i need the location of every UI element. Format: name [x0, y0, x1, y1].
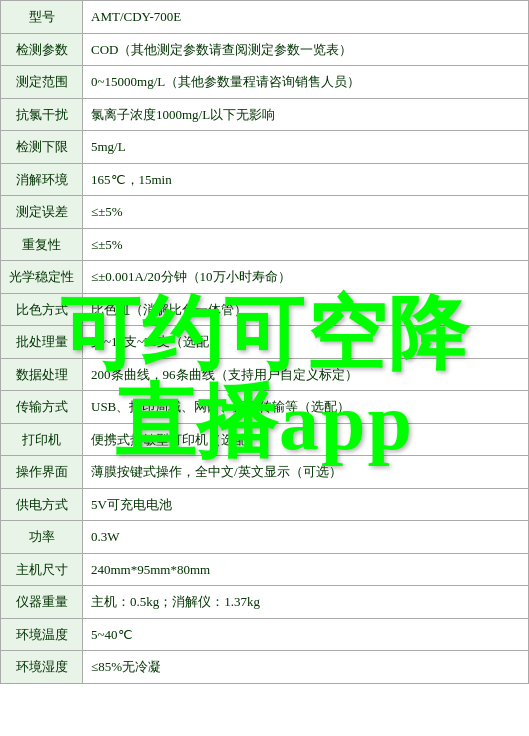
- table-row: 环境温度5~40℃: [1, 618, 529, 651]
- spec-label: 测定误差: [1, 196, 83, 229]
- spec-value: AMT/CDY-700E: [83, 1, 529, 34]
- spec-label: 检测下限: [1, 131, 83, 164]
- spec-value: ≤±5%: [83, 196, 529, 229]
- spec-value: 165℃，15min: [83, 163, 529, 196]
- spec-label: 抗氯干扰: [1, 98, 83, 131]
- table-row: 仪器重量主机：0.5kg；消解仪：1.37kg: [1, 586, 529, 619]
- table-row: 环境湿度≤85%无冷凝: [1, 651, 529, 684]
- spec-value: ≤85%无冷凝: [83, 651, 529, 684]
- table-row: 消解环境165℃，15min: [1, 163, 529, 196]
- spec-label: 仪器重量: [1, 586, 83, 619]
- spec-value: 5V可充电电池: [83, 488, 529, 521]
- spec-label: 检测参数: [1, 33, 83, 66]
- table-row: 测定范围0~15000mg/L（其他参数量程请咨询销售人员）: [1, 66, 529, 99]
- table-row: 批处理量支~16支~25支（选配）: [1, 326, 529, 359]
- spec-label: 操作界面: [1, 456, 83, 489]
- table-row: 抗氯干扰氯离子浓度1000mg/L以下无影响: [1, 98, 529, 131]
- spec-label: 批处理量: [1, 326, 83, 359]
- spec-label: 光学稳定性: [1, 261, 83, 294]
- spec-label: 测定范围: [1, 66, 83, 99]
- table-row: 打印机便携式热敏型打印机（选配）: [1, 423, 529, 456]
- table-row: 检测下限5mg/L: [1, 131, 529, 164]
- table-row: 传输方式USB、打印局域、网口、蓝牙传输等（选配）: [1, 391, 529, 424]
- spec-value: 0.3W: [83, 521, 529, 554]
- spec-value: 便携式热敏型打印机（选配）: [83, 423, 529, 456]
- spec-value: 支~16支~25支（选配）: [83, 326, 529, 359]
- spec-value: 比色皿（消解比色一体管）: [83, 293, 529, 326]
- spec-label: 型号: [1, 1, 83, 34]
- spec-value: 主机：0.5kg；消解仪：1.37kg: [83, 586, 529, 619]
- table-row: 重复性≤±5%: [1, 228, 529, 261]
- table-row: 比色方式比色皿（消解比色一体管）: [1, 293, 529, 326]
- table-row: 测定误差≤±5%: [1, 196, 529, 229]
- table-row: 操作界面薄膜按键式操作，全中文/英文显示（可选）: [1, 456, 529, 489]
- spec-label: 传输方式: [1, 391, 83, 424]
- spec-label: 功率: [1, 521, 83, 554]
- spec-label: 环境温度: [1, 618, 83, 651]
- spec-label: 供电方式: [1, 488, 83, 521]
- spec-value: 5mg/L: [83, 131, 529, 164]
- spec-value: ≤±0.001A/20分钟（10万小时寿命）: [83, 261, 529, 294]
- spec-value: 240mm*95mm*80mm: [83, 553, 529, 586]
- specs-table: 型号AMT/CDY-700E检测参数COD（其他测定参数请查阅测定参数一览表）测…: [0, 0, 529, 684]
- spec-value: 5~40℃: [83, 618, 529, 651]
- table-row: 功率0.3W: [1, 521, 529, 554]
- spec-value: ≤±5%: [83, 228, 529, 261]
- spec-value: 氯离子浓度1000mg/L以下无影响: [83, 98, 529, 131]
- spec-label: 主机尺寸: [1, 553, 83, 586]
- table-row: 检测参数COD（其他测定参数请查阅测定参数一览表）: [1, 33, 529, 66]
- spec-value: USB、打印局域、网口、蓝牙传输等（选配）: [83, 391, 529, 424]
- table-row: 供电方式5V可充电电池: [1, 488, 529, 521]
- table-row: 数据处理200条曲线，96条曲线（支持用户自定义标定）: [1, 358, 529, 391]
- spec-label: 重复性: [1, 228, 83, 261]
- spec-label: 数据处理: [1, 358, 83, 391]
- spec-label: 消解环境: [1, 163, 83, 196]
- table-row: 主机尺寸240mm*95mm*80mm: [1, 553, 529, 586]
- spec-value: 0~15000mg/L（其他参数量程请咨询销售人员）: [83, 66, 529, 99]
- spec-label: 环境湿度: [1, 651, 83, 684]
- spec-value: 200条曲线，96条曲线（支持用户自定义标定）: [83, 358, 529, 391]
- table-row: 光学稳定性≤±0.001A/20分钟（10万小时寿命）: [1, 261, 529, 294]
- table-row: 型号AMT/CDY-700E: [1, 1, 529, 34]
- spec-label: 打印机: [1, 423, 83, 456]
- spec-label: 比色方式: [1, 293, 83, 326]
- spec-value: 薄膜按键式操作，全中文/英文显示（可选）: [83, 456, 529, 489]
- spec-value: COD（其他测定参数请查阅测定参数一览表）: [83, 33, 529, 66]
